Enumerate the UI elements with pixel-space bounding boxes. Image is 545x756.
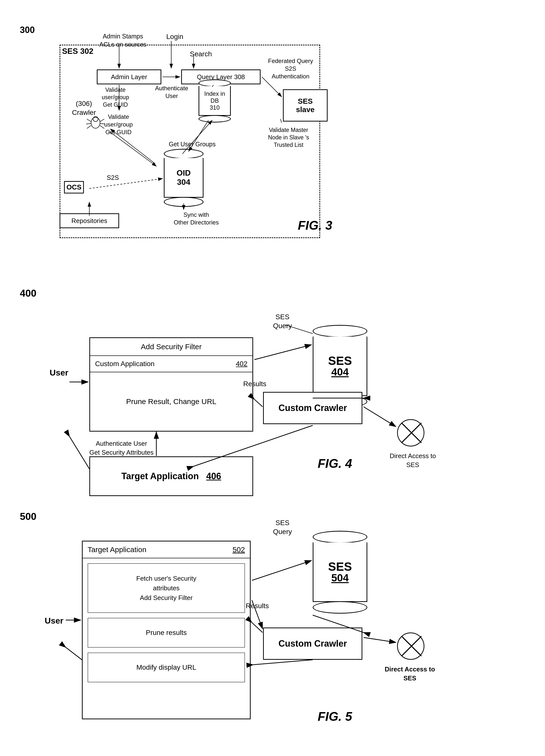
direct-access-circle-fig5 [397, 632, 424, 660]
svg-line-44 [252, 561, 312, 580]
ocs-label: OCS [64, 181, 84, 193]
svg-line-46 [252, 623, 262, 632]
get-user-groups-label: Get User Groups [169, 140, 216, 148]
x-icon-fig5 [398, 632, 424, 660]
target-app-box: Target Application 406 [89, 456, 253, 496]
svg-line-33 [254, 399, 262, 407]
ses-504-cylinder: SES 504 [313, 531, 367, 614]
svg-line-4 [87, 126, 91, 128]
svg-point-0 [91, 117, 100, 128]
svg-line-7 [100, 126, 104, 128]
direct-access-circle-fig4 [397, 419, 424, 446]
sync-label: Sync with Other Directories [174, 211, 219, 226]
svg-line-2 [87, 119, 91, 122]
federated-query-label: Federated Query S2S Authentication [268, 57, 313, 80]
login-label: Login [166, 32, 183, 41]
svg-line-48 [253, 660, 313, 665]
svg-line-30 [254, 345, 312, 360]
fig3-label: FIG. 3 [298, 218, 332, 233]
figure-3: 300 SES 302 Admin Layer Query Layer 308 … [20, 25, 525, 268]
admin-stamps-label: Admin Stamps ACLs on sources [99, 32, 146, 48]
svg-line-3 [86, 124, 91, 124]
prune-results-box: Prune results [88, 618, 245, 648]
fig5-number: 500 [20, 511, 36, 522]
custom-crawler-box-fig5: Custom Crawler [263, 628, 362, 660]
ses-query-label-fig4: SES Query [273, 313, 292, 331]
fig3-number: 300 [20, 25, 35, 35]
fig5-user-label: User [45, 615, 63, 626]
svg-line-47 [364, 637, 396, 642]
authenticate-label-fig4: Authenticate User Get Security Attribute… [89, 439, 154, 457]
target-app-502-box: Target Application 502 Fetch user's Secu… [82, 541, 251, 719]
svg-line-34 [364, 407, 396, 427]
admin-layer-box: Admin Layer [97, 69, 161, 84]
fetch-security-box: Fetch user's Security attributes Add Sec… [88, 563, 245, 613]
results-label-fig5: Results [246, 601, 269, 610]
ses-slave-box: SES slave [283, 89, 328, 122]
target-app-header-fig5: Target Application 502 [83, 541, 250, 558]
fig4-user-label: User [50, 367, 68, 378]
validate-master-label: Validate Master Node in Slave 's Trusted… [268, 126, 309, 149]
validate-admin-label: Validate user/group Get GUID [102, 86, 129, 109]
svg-line-5 [100, 119, 104, 122]
fig5-label: FIG. 5 [318, 709, 352, 724]
repositories-box: Repositories [60, 213, 119, 228]
oid-304-cylinder: OID 304 [164, 149, 203, 207]
index-db-310-cylinder: Index in DB 310 [198, 79, 231, 123]
spider-icon [86, 114, 105, 134]
results-label-fig4: Results [243, 379, 266, 388]
fig4-number: 400 [20, 288, 36, 299]
custom-crawler-box-fig4: Custom Crawler [263, 392, 362, 424]
direct-access-label-fig5: Direct Access to SES [385, 665, 435, 683]
x-icon-fig4 [398, 419, 424, 446]
custom-app-inner-label: Custom Application 402 [90, 356, 252, 372]
validate-user-label: Validate user/group Get GUID [104, 113, 133, 136]
page: 300 SES 302 Admin Layer Query Layer 308 … [0, 0, 545, 756]
prune-result-label: Prune Result, Change URL [90, 372, 252, 431]
svg-line-49 [66, 647, 82, 660]
s2s-label: S2S [107, 174, 119, 182]
add-security-filter-label: Add Security Filter [90, 338, 252, 356]
figure-5: 500 User Target Application 502 Fetch us… [20, 511, 525, 739]
ses-query-label-fig5: SES Query [273, 518, 292, 536]
ses-302-label: SES 302 [62, 46, 93, 57]
search-label: Search [190, 50, 212, 59]
fig4-label: FIG. 4 [318, 456, 352, 471]
direct-access-label-fig4: Direct Access to SES [390, 451, 436, 470]
custom-app-box: Add Security Filter Custom Application 4… [89, 337, 253, 432]
svg-line-38 [69, 437, 89, 469]
authenticate-user-label: Authenticate User [155, 84, 188, 100]
modify-url-box: Modify display URL [88, 653, 245, 682]
figure-4: 400 User Add Security Filter Custom Appl… [20, 288, 525, 491]
